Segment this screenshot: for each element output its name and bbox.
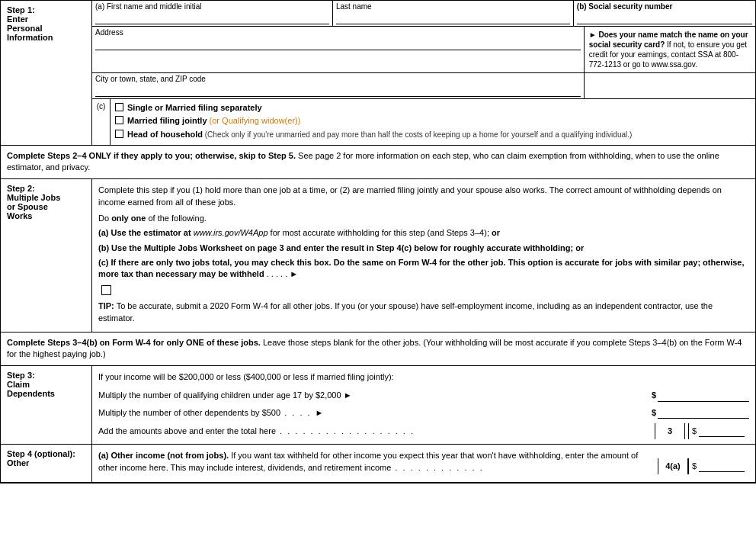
step1-label: Step 1: Enter Personal Information [1,1,92,145]
step2-content: Complete this step if you (1) hold more … [92,179,755,332]
last-name-label: Last name [336,2,570,11]
step1-section: Step 1: Enter Personal Information (a) F… [1,1,755,146]
complete-steps34-notice: Complete Steps 3–4(b) on Form W-4 for on… [1,333,755,366]
address-input[interactable] [95,38,581,50]
step3-dependents: Dependents [7,389,55,398]
step1-personal: Personal [7,24,42,33]
step2-label: Step 2: Multiple Jobs or Spouse Works [1,179,92,332]
last-name-input[interactable] [336,12,570,24]
step1-enter: Enter [7,14,28,24]
step3-total-row: Add the amounts above and enter the tota… [98,423,749,439]
step4-num: Step 4 [7,449,32,458]
step3-num: Step 3: [7,371,35,380]
step4-optional: (optional): [34,449,75,458]
address-label: Address [95,28,581,37]
form-container: Step 1: Enter Personal Information (a) F… [0,0,756,484]
step3-other-row: Multiply the number of other dependents … [98,406,749,419]
option3-text: Head of household (Check only if you're … [127,129,632,140]
city-label: City or town, state, and ZIP code [95,75,581,83]
step4-a-input[interactable] [699,460,745,472]
step1-row4: (c) Single or Married filing separately … [92,99,755,145]
step3-add-text: Add the amounts above and enter the tota… [98,425,652,438]
step3-children-dollar: $ [652,389,656,402]
step3-other-text: Multiply the number of other dependents … [98,406,649,419]
first-name-label: (a) First name and middle initial [95,2,329,11]
ssn-note: ► Does your name match the name on your … [585,27,755,72]
address-field: Address [92,27,585,72]
step4-content: (a) Other income (not from jobs). If you… [92,445,755,482]
step3-other-dollar: $ [652,406,656,419]
step3-content: If your income will be $200,000 or less … [92,366,755,444]
step4-a-text: (a) Other income (not from jobs). If you… [98,449,658,474]
first-name-field: (a) First name and middle initial [92,1,333,26]
option1-text: Single or Married filing separately [127,102,262,113]
first-name-input[interactable] [95,12,329,24]
step2-option-c: (c) If there are only two jobs total, yo… [98,257,749,281]
checkbox-married-jointly[interactable] [115,116,123,124]
checkbox-head-of-household[interactable] [115,130,123,138]
step2-tip: TIP: To be accurate, submit a 2020 Form … [98,300,749,324]
step3-children-input[interactable] [658,390,749,402]
step4-line-num: 4(a) [658,458,688,474]
step1-row2: Address ► Does your name match the name … [92,27,755,73]
step2-option-a: (a) Use the estimator at www.irs.gov/W4A… [98,227,749,239]
ssn-input[interactable] [577,12,752,24]
step2-works: Works [7,211,32,220]
step4-other: Other [7,458,29,467]
step3-children-row: Multiply the number of qualifying childr… [98,389,749,402]
step1-num: Step 1: [7,5,35,14]
filing-option-single: Single or Married filing separately [115,102,751,113]
ssn-field: (b) Social security number [574,1,755,26]
filing-status-options: Single or Married filing separately Marr… [111,99,755,145]
step3-line-num: 3 [655,423,685,439]
step1-fields: (a) First name and middle initial Last n… [92,1,755,145]
step2-do-one: Do only one of the following. [98,212,749,225]
ssn-note-link: www.ssa.gov. [651,60,697,69]
city-field: City or town, state, and ZIP code [92,73,585,98]
step3-label: Step 3: Claim Dependents [1,366,92,444]
step1-information: Information [7,33,53,42]
filing-c-label: (c) [92,99,111,145]
step4-dollar-box: $ [688,458,749,474]
step2-or: or Spouse [7,202,48,211]
step4-a-row: (a) Other income (not from jobs). If you… [98,449,749,474]
step2-section: Step 2: Multiple Jobs or Spouse Works Co… [1,179,755,333]
step2-option-b: (b) Use the Multiple Jobs Worksheet on p… [98,243,749,254]
checkbox-option-c[interactable] [101,285,111,295]
step3-claim: Claim [7,380,30,389]
step3-total-input[interactable] [699,425,745,437]
complete-steps-notice: Complete Steps 2–4 ONLY if they apply to… [1,146,755,179]
checkbox-single[interactable] [115,103,123,111]
step3-children-text: Multiply the number of qualifying childr… [98,389,649,402]
step1-row3: City or town, state, and ZIP code [92,73,755,99]
step2-num: Step 2: [7,184,35,193]
step2-intro: Complete this step if you (1) hold more … [98,184,749,209]
step3-other-input[interactable] [658,406,749,419]
step3-intro: If your income will be $200,000 or less … [98,371,749,384]
step1-row1: (a) First name and middle initial Last n… [92,1,755,27]
ssn-label: (b) Social security number [577,2,752,11]
step2-multiple: Multiple Jobs [7,193,60,202]
last-name-field: Last name [333,1,574,26]
complete-notice-bold: Complete Steps 2–4 ONLY if they apply to… [7,151,719,172]
city-input[interactable] [95,85,581,97]
filing-option-married-jointly: Married filing jointly (or Qualifying wi… [115,115,751,126]
step3-section: Step 3: Claim Dependents If your income … [1,366,755,445]
option2-text: Married filing jointly (or Qualifying wi… [127,115,300,126]
step4-label: Step 4 (optional): Other [1,445,92,482]
ssn-note-bottom [585,73,755,98]
step4-section: Step 4 (optional): Other (a) Other incom… [1,445,755,483]
filing-option-head-of-household: Head of household (Check only if you're … [115,129,751,140]
step3-dollar-box: $ [688,423,749,439]
